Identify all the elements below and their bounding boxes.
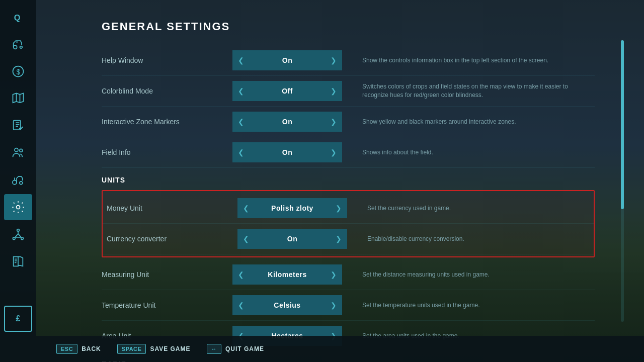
svg-point-13 [21, 237, 24, 240]
svg-text:Q: Q [14, 13, 21, 22]
quit-key: ↔ [207, 344, 222, 354]
setting-label-temperature-unit: Temperature Unit [102, 301, 232, 309]
setting-control-zone-markers: ❮ On ❯ [232, 112, 342, 132]
arrow-right-currency-converter[interactable]: ❯ [330, 229, 347, 249]
svg-point-6 [15, 148, 18, 152]
arrow-left-currency-converter[interactable]: ❮ [237, 229, 255, 249]
setting-row-colorblind: Colorblind Mode ❮ Off ❯ Switches colors … [102, 76, 595, 107]
setting-label-field-info: Field Info [102, 148, 232, 156]
save-game-button[interactable]: SPACE SAVE GAME [117, 344, 191, 354]
arrow-right-measuring-unit[interactable]: ❯ [325, 264, 342, 285]
arrow-right-field-info[interactable]: ❯ [325, 142, 342, 162]
arrow-right-temperature-unit[interactable]: ❯ [325, 295, 342, 315]
setting-desc-currency-converter: Enable/disable currency conversion. [367, 235, 590, 243]
arrow-right-zone-markers[interactable]: ❯ [325, 112, 342, 132]
setting-control-measuring-unit: ❮ Kilometers ❯ [232, 264, 342, 285]
setting-label-zone-markers: Interactive Zone Markers [102, 118, 232, 126]
sidebar-item-network[interactable] [4, 221, 32, 247]
ctrl-value-currency-converter: On [255, 229, 330, 249]
setting-control-field-info: ❮ On ❯ [232, 142, 342, 162]
ctrl-value-colorblind: Off [250, 81, 325, 101]
svg-text:$: $ [17, 68, 21, 76]
sidebar-item-workers[interactable] [4, 140, 32, 166]
svg-point-7 [20, 149, 23, 152]
arrow-left-zone-markers[interactable]: ❮ [232, 112, 250, 132]
setting-row-zone-markers: Interactive Zone Markers ❮ On ❯ Show yel… [102, 107, 595, 137]
sidebar-item-contracts[interactable] [4, 113, 32, 139]
sidebar-item-economy[interactable]: $ [4, 58, 32, 84]
svg-point-1 [14, 45, 17, 49]
highlight-group-currency: Money Unit ❮ Polish zloty ❯ Set the curr… [102, 190, 595, 257]
setting-control-currency-converter: ❮ On ❯ [237, 229, 347, 249]
sidebar-item-map[interactable] [4, 85, 32, 112]
setting-desc-colorblind: Switches colors of crops and field state… [362, 82, 595, 100]
setting-row-temperature-unit: Temperature Unit ❮ Celsius ❯ Set the tem… [102, 290, 595, 321]
ctrl-value-field-info: On [250, 142, 325, 162]
setting-label-help-window: Help Window [102, 56, 232, 64]
arrow-left-money-unit[interactable]: ❮ [237, 198, 255, 218]
bottom-bar: ESC BACK SPACE SAVE GAME ↔ QUIT GAME [36, 336, 644, 362]
setting-desc-field-info: Shows info about the field. [362, 148, 595, 157]
svg-point-8 [13, 180, 17, 185]
back-label: BACK [82, 345, 101, 352]
ctrl-value-money-unit: Polish zloty [255, 198, 330, 218]
back-button[interactable]: ESC BACK [56, 344, 101, 354]
quit-game-button[interactable]: ↔ QUIT GAME [207, 344, 265, 354]
main-settings-group: Help Window ❮ On ❯ Show the controls inf… [102, 45, 595, 168]
ctrl-value-temperature-unit: Celsius [250, 295, 325, 315]
setting-row-field-info: Field Info ❮ On ❯ Shows info about the f… [102, 137, 595, 168]
save-label: SAVE GAME [150, 345, 190, 352]
sidebar-item-settings[interactable] [4, 194, 32, 220]
setting-row-money-unit: Money Unit ❮ Polish zloty ❯ Set the curr… [103, 193, 594, 224]
quit-label: QUIT GAME [225, 345, 264, 352]
svg-point-9 [20, 182, 23, 185]
setting-label-measuring-unit: Measuring Unit [102, 270, 232, 279]
svg-point-10 [17, 206, 20, 209]
setting-row-help-window: Help Window ❮ On ❯ Show the controls inf… [102, 45, 595, 76]
setting-control-colorblind: ❮ Off ❯ [232, 81, 342, 101]
sidebar-item-vehicle2[interactable] [4, 167, 32, 193]
ctrl-value-measuring-unit: Kilometers [250, 264, 325, 285]
setting-control-temperature-unit: ❮ Celsius ❯ [232, 295, 342, 315]
setting-desc-money-unit: Set the currency used in game. [367, 204, 590, 213]
arrow-right-colorblind[interactable]: ❯ [325, 81, 342, 101]
arrow-left-colorblind[interactable]: ❮ [232, 81, 250, 101]
setting-label-currency-converter: Currency converter [107, 235, 237, 243]
setting-row-measuring-unit: Measuring Unit ❮ Kilometers ❯ Set the di… [102, 259, 595, 290]
arrow-left-field-info[interactable]: ❮ [232, 142, 250, 162]
setting-label-colorblind: Colorblind Mode [102, 87, 232, 95]
ctrl-value-zone-markers: On [250, 112, 325, 132]
setting-desc-measuring-unit: Set the distance measuring units used in… [362, 270, 595, 279]
arrow-left-help-window[interactable]: ❮ [232, 50, 250, 70]
main-content: GENERAL SETTINGS Help Window ❮ On ❯ Show… [36, 0, 644, 362]
arrow-right-help-window[interactable]: ❯ [325, 50, 342, 70]
settings-container: GENERAL SETTINGS Help Window ❮ On ❯ Show… [102, 20, 595, 362]
setting-label-money-unit: Money Unit [107, 204, 237, 212]
back-key: ESC [56, 344, 77, 354]
svg-point-2 [20, 46, 23, 49]
arrow-left-measuring-unit[interactable]: ❮ [232, 264, 250, 285]
svg-point-11 [17, 229, 20, 232]
sidebar-item-q[interactable]: Q [4, 4, 32, 30]
svg-point-12 [13, 237, 16, 240]
page-title: GENERAL SETTINGS [102, 20, 595, 33]
sidebar: Q $ [0, 0, 36, 362]
arrow-right-money-unit[interactable]: ❯ [330, 198, 347, 218]
ctrl-value-help-window: On [250, 50, 325, 70]
setting-row-currency-converter: Currency converter ❮ On ❯ Enable/disable… [103, 224, 594, 254]
setting-control-money-unit: ❮ Polish zloty ❯ [237, 198, 347, 218]
arrow-left-temperature-unit[interactable]: ❮ [232, 295, 250, 315]
setting-desc-temperature-unit: Set the temperature units used in the ga… [362, 301, 595, 310]
sidebar-item-vehicle[interactable] [4, 31, 32, 57]
setting-desc-help-window: Show the controls information box in the… [362, 56, 595, 65]
setting-control-help-window: ❮ On ❯ [232, 50, 342, 70]
save-key: SPACE [117, 344, 146, 354]
sidebar-item-currency[interactable]: £ [4, 306, 32, 332]
sidebar-item-help[interactable] [4, 248, 32, 275]
setting-desc-zone-markers: Show yellow and black markers around int… [362, 118, 595, 126]
section-header-units: UNITS [102, 168, 595, 188]
